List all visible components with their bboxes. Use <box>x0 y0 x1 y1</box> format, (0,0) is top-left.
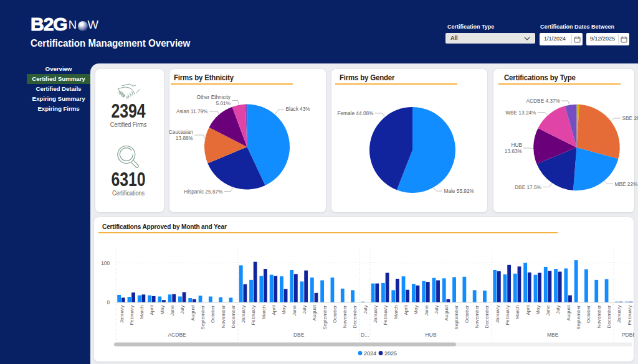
svg-text:WBE 13.24%: WBE 13.24% <box>505 110 536 116</box>
svg-text:HUB: HUB <box>511 142 522 148</box>
svg-text:SBE 28.: SBE 28. <box>622 115 638 121</box>
svg-text:ACDBE 4.37%: ACDBE 4.37% <box>526 98 561 104</box>
svg-text:MBE 22%: MBE 22% <box>615 181 638 187</box>
svg-text:Male 55.92%: Male 55.92% <box>444 188 475 194</box>
svg-text:Hispanic 25.67%: Hispanic 25.67% <box>184 189 223 195</box>
svg-text:13.88%: 13.88% <box>176 135 194 141</box>
svg-text:Black 43%: Black 43% <box>286 106 311 112</box>
svg-text:Caucasian: Caucasian <box>169 129 194 135</box>
svg-text:13.63%: 13.63% <box>505 148 523 154</box>
svg-text:Asian 11.79%: Asian 11.79% <box>176 108 208 114</box>
svg-text:DBE 17.5%: DBE 17.5% <box>515 184 542 190</box>
svg-text:5.01%: 5.01% <box>216 100 231 106</box>
svg-text:Female 44.08%: Female 44.08% <box>337 110 374 116</box>
svg-text:Other Ethnicity: Other Ethnicity <box>197 94 231 100</box>
